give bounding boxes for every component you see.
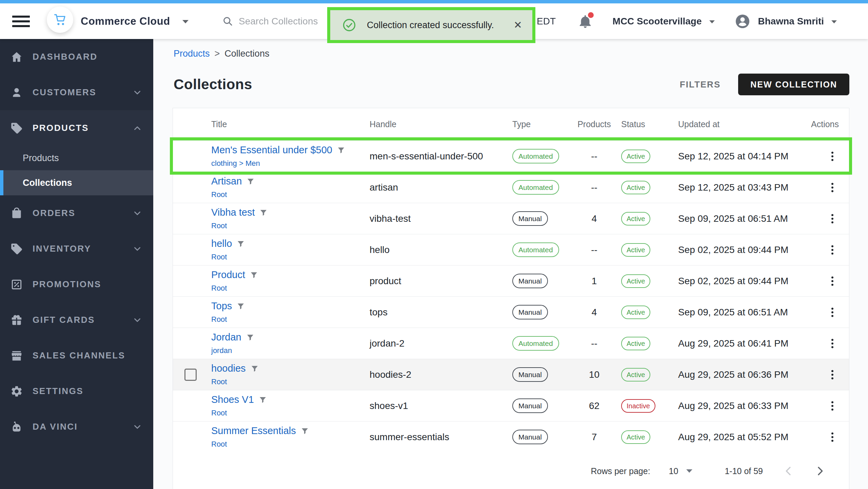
avatar xyxy=(734,13,751,30)
new-collection-button[interactable]: NEW COLLECTION xyxy=(738,74,849,95)
breadcrumb: Products > Collections xyxy=(174,48,269,59)
status-badge: Active xyxy=(621,150,650,163)
notification-badge xyxy=(588,12,594,18)
sidebar-item-label: DA VINCI xyxy=(33,422,78,432)
row-actions-kebab-icon[interactable] xyxy=(826,431,839,444)
filter-funnel-icon xyxy=(246,177,255,185)
updated-at: Sep 02, 2025 at 09:44 PM xyxy=(678,276,802,287)
collection-title-link[interactable]: Product xyxy=(211,269,245,280)
table-row-summer-essentials[interactable]: Summer Essentials Root summer-essentials… xyxy=(173,421,849,452)
close-icon[interactable]: ✕ xyxy=(514,20,522,30)
sidebar-subitem-collections[interactable]: Collections xyxy=(0,170,153,195)
row-actions-kebab-icon[interactable] xyxy=(826,150,839,163)
column-header-products: Products xyxy=(567,119,621,129)
collection-title-link[interactable]: hello xyxy=(211,238,232,249)
table-header: Title Handle Type Products Status Update… xyxy=(173,108,849,140)
row-actions-kebab-icon[interactable] xyxy=(826,368,839,381)
app-logo[interactable] xyxy=(47,6,73,33)
collection-category-link[interactable]: Root xyxy=(211,284,370,293)
row-actions-kebab-icon[interactable] xyxy=(826,181,839,194)
sidebar-item-dashboard[interactable]: DASHBOARD xyxy=(0,39,153,75)
type-badge: Automated xyxy=(512,242,559,257)
sidebar-item-da-vinci[interactable]: DA VINCI xyxy=(0,409,153,445)
filters-button[interactable]: FILTERS xyxy=(680,79,721,90)
table-row-hello[interactable]: hello Root helloAutomated--ActiveSep 02,… xyxy=(173,234,849,265)
sidebar-item-sales-channels[interactable]: SALES CHANNELS xyxy=(0,338,153,373)
table-row-tops[interactable]: Tops Root topsManual4ActiveSep 09, 2025 … xyxy=(173,296,849,328)
sidebar-item-label: GIFT CARDS xyxy=(33,315,95,325)
breadcrumb-current: Collections xyxy=(224,48,269,59)
collection-category-link[interactable]: Root xyxy=(211,253,370,261)
rows-per-page-caret-icon[interactable] xyxy=(686,469,692,473)
breadcrumb-products-link[interactable]: Products xyxy=(174,48,210,59)
sidebar-item-inventory[interactable]: INVENTORY xyxy=(0,231,153,267)
collection-title-link[interactable]: Artisan xyxy=(211,176,242,187)
collection-category-link[interactable]: Root xyxy=(211,409,370,417)
collection-category-link[interactable]: Root xyxy=(211,315,370,324)
products-count: 62 xyxy=(567,400,621,411)
search-icon xyxy=(222,16,233,27)
updated-at: Sep 02, 2025 at 09:44 PM xyxy=(678,244,802,255)
sidebar-item-label: INVENTORY xyxy=(33,243,91,254)
sidebar-subitem-products[interactable]: Products xyxy=(0,146,153,170)
rows-per-page-value[interactable]: 10 xyxy=(669,466,678,476)
collection-category-link[interactable]: clothing > Men xyxy=(211,159,370,168)
collection-handle: men-s-essential-under-500 xyxy=(370,151,512,162)
hamburger-menu-icon[interactable] xyxy=(12,16,30,27)
sidebar-item-settings[interactable]: SETTINGS xyxy=(0,373,153,409)
notifications-button[interactable] xyxy=(577,14,593,29)
products-count: 1 xyxy=(567,276,621,287)
collection-title-link[interactable]: Shoes V1 xyxy=(211,394,254,405)
sidebar-item-label: CUSTOMERS xyxy=(33,87,96,98)
collection-title-link[interactable]: Men's Essential under $500 xyxy=(211,144,332,156)
table-row-men-s-essential-under-500[interactable]: Men's Essential under $500 clothing > Me… xyxy=(173,140,849,172)
collection-title-link[interactable]: Jordan xyxy=(211,332,241,343)
table-row-jordan[interactable]: Jordan jordan jordan-2Automated--ActiveA… xyxy=(173,328,849,359)
sidebar-item-gift-cards[interactable]: GIFT CARDS xyxy=(0,302,153,338)
collection-category-link[interactable]: Root xyxy=(211,440,370,449)
collection-category-link[interactable]: jordan xyxy=(211,346,370,355)
status-badge: Active xyxy=(621,274,650,288)
brand-caret-icon[interactable] xyxy=(182,20,189,23)
collection-category-link[interactable]: Root xyxy=(211,377,370,386)
row-checkbox[interactable] xyxy=(184,369,197,381)
table-row-vibha-test[interactable]: Vibha test Root vibha-testManual4ActiveS… xyxy=(173,203,849,234)
row-actions-kebab-icon[interactable] xyxy=(826,275,839,288)
sidebar-item-customers[interactable]: CUSTOMERS xyxy=(0,75,153,110)
previous-page-button[interactable] xyxy=(783,466,794,476)
table-row-hoodies[interactable]: hoodies Root hoodies-2Manual10ActiveAug … xyxy=(173,359,849,390)
collection-title-link[interactable]: Tops xyxy=(211,300,232,312)
collection-title-link[interactable]: Summer Essentials xyxy=(211,425,296,436)
type-badge: Automated xyxy=(512,336,559,351)
row-actions-kebab-icon[interactable] xyxy=(826,243,839,256)
products-count: 4 xyxy=(567,307,621,318)
bag-icon xyxy=(10,207,23,220)
collection-title-link[interactable]: hoodies xyxy=(211,363,246,374)
row-actions-kebab-icon[interactable] xyxy=(826,212,839,225)
user-menu[interactable]: Bhawna Smriti xyxy=(734,13,837,30)
sidebar-item-promotions[interactable]: PROMOTIONS xyxy=(0,267,153,302)
updated-at: Sep 09, 2025 at 06:51 AM xyxy=(678,213,802,224)
sidebar-item-orders[interactable]: ORDERS xyxy=(0,195,153,231)
toast-message: Collection created successfully. xyxy=(367,20,514,31)
sidebar-item-products[interactable]: PRODUCTS xyxy=(0,110,153,146)
updated-at: Sep 09, 2025 at 06:51 AM xyxy=(678,307,802,318)
next-page-button[interactable] xyxy=(814,466,825,476)
collection-handle: artisan xyxy=(370,182,512,193)
products-count: -- xyxy=(567,182,621,193)
table-row-product[interactable]: Product Root productManual1ActiveSep 02,… xyxy=(173,265,849,296)
filter-funnel-icon xyxy=(251,365,259,373)
collection-title-link[interactable]: Vibha test xyxy=(211,207,255,218)
table-row-artisan[interactable]: Artisan Root artisanAutomated--ActiveSep… xyxy=(173,172,849,203)
sidebar-item-label: SETTINGS xyxy=(33,386,83,396)
row-actions-kebab-icon[interactable] xyxy=(826,337,839,350)
row-actions-kebab-icon[interactable] xyxy=(826,306,839,319)
row-actions-kebab-icon[interactable] xyxy=(826,399,839,412)
status-badge: Active xyxy=(621,212,650,226)
filter-funnel-icon xyxy=(246,333,254,341)
org-selector[interactable]: MCC Scootervillage xyxy=(613,16,715,27)
sidebar-subitem-label: Collections xyxy=(23,178,72,188)
table-row-shoes-v1[interactable]: Shoes V1 Root shoes-v1Manual62InactiveAu… xyxy=(173,390,849,421)
collection-category-link[interactable]: Root xyxy=(211,221,370,230)
collection-category-link[interactable]: Root xyxy=(211,190,370,199)
